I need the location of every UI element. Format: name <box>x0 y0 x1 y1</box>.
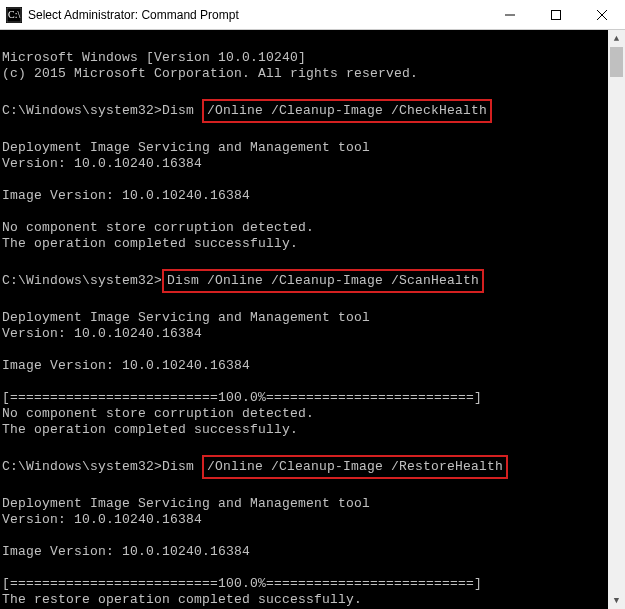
output-line: Image Version: 10.0.10240.16384 <box>2 188 250 203</box>
output-line: The operation completed successfully. <box>2 422 298 437</box>
output-line: [==========================100.0%=======… <box>2 390 482 405</box>
svg-rect-4 <box>552 10 561 19</box>
output-line: Image Version: 10.0.10240.16384 <box>2 358 250 373</box>
output-line: Deployment Image Servicing and Managemen… <box>2 140 370 155</box>
minimize-button[interactable] <box>487 0 533 29</box>
highlighted-command: /Online /Cleanup-Image /CheckHealth <box>202 99 492 123</box>
highlighted-command: /Online /Cleanup-Image /RestoreHealth <box>202 455 508 479</box>
scroll-thumb[interactable] <box>610 47 623 77</box>
cmd-icon: C:\ <box>6 7 22 23</box>
output-line: Version: 10.0.10240.16384 <box>2 512 202 527</box>
output-line: [==========================100.0%=======… <box>2 576 482 591</box>
prompt-prefix: C:\Windows\system32>Dism <box>2 459 202 474</box>
output-line: Microsoft Windows [Version 10.0.10240] <box>2 50 306 65</box>
prompt-prefix: C:\Windows\system32> <box>2 273 162 288</box>
output-line: No component store corruption detected. <box>2 406 314 421</box>
output-line: The restore operation completed successf… <box>2 592 362 607</box>
window-controls <box>487 0 625 29</box>
output-line: Image Version: 10.0.10240.16384 <box>2 544 250 559</box>
output-line: No component store corruption detected. <box>2 220 314 235</box>
scroll-down-icon[interactable]: ▼ <box>608 592 625 609</box>
titlebar[interactable]: C:\ Select Administrator: Command Prompt <box>0 0 625 30</box>
output-line: Version: 10.0.10240.16384 <box>2 326 202 341</box>
prompt-prefix: C:\Windows\system32>Dism <box>2 103 202 118</box>
terminal-output[interactable]: Microsoft Windows [Version 10.0.10240] (… <box>0 30 608 609</box>
output-line: Deployment Image Servicing and Managemen… <box>2 496 370 511</box>
output-line: (c) 2015 Microsoft Corporation. All righ… <box>2 66 418 81</box>
window-title: Select Administrator: Command Prompt <box>28 8 487 22</box>
prompt-line: C:\Windows\system32>Dism /Online /Cleanu… <box>2 103 492 118</box>
maximize-button[interactable] <box>533 0 579 29</box>
scroll-up-icon[interactable]: ▲ <box>608 30 625 47</box>
output-line: Deployment Image Servicing and Managemen… <box>2 310 370 325</box>
highlighted-command: Dism /Online /Cleanup-Image /ScanHealth <box>162 269 484 293</box>
scroll-track[interactable] <box>608 47 625 592</box>
output-line: Version: 10.0.10240.16384 <box>2 156 202 171</box>
close-button[interactable] <box>579 0 625 29</box>
prompt-line: C:\Windows\system32>Dism /Online /Cleanu… <box>2 459 508 474</box>
scrollbar[interactable]: ▲ ▼ <box>608 30 625 609</box>
svg-text:C:\: C:\ <box>8 9 20 20</box>
prompt-line: C:\Windows\system32>Dism /Online /Cleanu… <box>2 273 484 288</box>
output-line: The operation completed successfully. <box>2 236 298 251</box>
